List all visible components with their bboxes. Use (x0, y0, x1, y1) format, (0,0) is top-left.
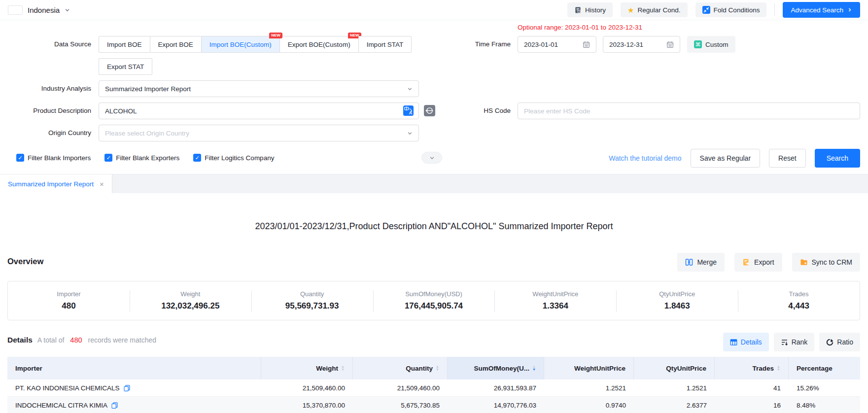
cell-value: 15.26% (797, 384, 819, 392)
indonesia-flag-icon (8, 5, 23, 15)
sort-icon: ▲▼ (341, 365, 345, 371)
origin-country-select[interactable]: Please select Origin Country (99, 125, 419, 141)
view-switcher: Details Rank Ratio (723, 333, 860, 351)
export-button[interactable]: Export (734, 253, 782, 272)
data-source-tab-export-stat[interactable]: Export STAT (99, 58, 152, 75)
view-details-button[interactable]: Details (723, 333, 769, 351)
custom-date-button[interactable]: ⌘ Custom (687, 36, 735, 53)
column-header-weight[interactable]: Weight▲▼ (261, 357, 353, 379)
column-label: Quantity (406, 365, 433, 372)
copy-icon[interactable] (124, 385, 130, 391)
total-suffix: records were matched (88, 336, 157, 344)
data-source-tab-import-boe[interactable]: Import BOE (99, 36, 150, 53)
stat-label: SumOfMoney(USD) (405, 290, 462, 298)
column-label: QtyUnitPrice (666, 365, 706, 372)
checkbox-filter-logitics-company[interactable]: ✓Filter Logitics Company (193, 154, 274, 162)
close-icon[interactable]: × (100, 180, 104, 188)
column-header-quantity[interactable]: Quantity▲▼ (353, 357, 448, 379)
column-label: SumOfMoney(U... (474, 365, 530, 372)
cell-value: 41 (773, 384, 781, 392)
cell-value: 26,931,593.87 (494, 384, 536, 392)
divider (774, 3, 775, 16)
data-source-tab-import-stat[interactable]: Import STAT (358, 36, 412, 53)
total-prefix: A total of (37, 336, 64, 344)
collapse-form-button[interactable] (421, 152, 442, 164)
cell-value: 0.9740 (606, 402, 626, 409)
data-source-label: Data Source (0, 36, 91, 53)
table-grid-icon (730, 339, 737, 346)
hs-code-label: HS Code (432, 103, 511, 119)
tab-label: Export BOE (158, 41, 193, 48)
tab-label: Export BOE(Custom) (288, 41, 350, 48)
sync-to-crm-button[interactable]: Sync to CRM (792, 253, 860, 272)
date-from-input[interactable]: 2023-01-01 (518, 36, 596, 53)
stat-importer: Importer480 (8, 281, 130, 320)
stat-label: Weight (180, 290, 200, 298)
top-bar: Indonesia History ★ Regular Cond. Fold C… (0, 0, 868, 20)
search-button[interactable]: Search (815, 149, 860, 168)
table-cell-qtyunitprice: 1.2521 (634, 379, 715, 396)
tab-summarized-importer-report[interactable]: Summarized Importer Report × (0, 174, 112, 193)
product-description-input[interactable] (99, 103, 419, 119)
merge-button[interactable]: Merge (677, 253, 725, 272)
date-to-input[interactable]: 2023-12-31 (603, 36, 680, 53)
column-header-trades[interactable]: Trades▲▼ (715, 357, 789, 379)
checkbox-filter-blank-exporters[interactable]: ✓Filter Blank Exporters (104, 154, 179, 162)
date-from-value: 2023-01-01 (524, 41, 558, 48)
table-cell-percentage: 8.48% (789, 397, 860, 413)
history-button[interactable]: History (567, 2, 613, 17)
chevron-down-icon (407, 131, 413, 136)
view-ratio-button[interactable]: Ratio (819, 333, 860, 351)
hs-code-input[interactable] (518, 103, 860, 119)
advanced-search-button[interactable]: Advanced Search (783, 2, 860, 18)
cell-value: 2.6377 (687, 402, 707, 409)
export-label: Export (754, 258, 774, 266)
view-rank-button[interactable]: Rank (774, 333, 815, 351)
table-cell-importer: INDOCHEMICAL CITRA KIMIA (7, 397, 261, 413)
table-cell-weight: 15,370,870.00 (261, 397, 353, 413)
overview-stats-bar: Importer480Weight132,032,496.25Quantity9… (7, 281, 860, 320)
data-source-tab-export-boe-custom[interactable]: Export BOE(Custom)NEW (279, 36, 359, 53)
star-icon: ★ (627, 6, 634, 14)
save-as-regular-button[interactable]: Save as Regular (691, 149, 761, 168)
checkbox-label: Filter Logitics Company (205, 154, 274, 162)
column-header-sumofmoney-u[interactable]: SumOfMoney(U...▲▼ (448, 357, 544, 379)
table-header-row: ImporterWeight▲▼Quantity▲▼SumOfMoney(U..… (7, 357, 860, 379)
reset-button[interactable]: Reset (769, 149, 806, 168)
stat-value: 1.3364 (543, 301, 568, 311)
data-source-tab-export-boe[interactable]: Export BOE (150, 36, 202, 53)
column-label: Importer (15, 365, 42, 372)
stat-value: 4,443 (788, 301, 809, 311)
total-count: 480 (69, 336, 83, 344)
table-row: PT. KAO INDONESIA CHEMICALS21,509,460.00… (7, 379, 860, 397)
industry-analysis-select[interactable]: Summarized Importer Report (99, 80, 419, 97)
history-label: History (585, 6, 606, 14)
tab-label: Summarized Importer Report (8, 180, 94, 188)
tutorial-link[interactable]: Watch the tutorial demo (609, 154, 681, 162)
translate-icon[interactable]: A (403, 105, 414, 116)
stat-label: QtyUnitPrice (659, 290, 695, 298)
industry-analysis-label: Industry Analysis (0, 80, 91, 97)
cell-value: 1.2521 (687, 384, 707, 392)
tab-label: Import BOE (107, 41, 142, 48)
svg-text:⌘: ⌘ (695, 41, 701, 47)
filter-checkboxes: ✓Filter Blank Importers✓Filter Blank Exp… (16, 154, 274, 162)
fold-conditions-button[interactable]: Fold Conditions (695, 2, 767, 17)
optional-range-hint: Optional range: 2023-01-01 to 2023-12-31 (518, 24, 642, 31)
chevron-down-icon (407, 86, 413, 92)
country-selector[interactable]: Indonesia (8, 5, 70, 15)
table-cell-percentage: 15.26% (789, 379, 860, 396)
checkbox-filter-blank-importers[interactable]: ✓Filter Blank Importers (16, 154, 91, 162)
checkbox-box[interactable]: ✓ (16, 154, 24, 162)
checkbox-box[interactable]: ✓ (104, 154, 112, 162)
form-actions: Watch the tutorial demo Save as Regular … (609, 149, 860, 168)
copy-icon[interactable] (111, 402, 118, 409)
regular-cond-button[interactable]: ★ Regular Cond. (621, 2, 688, 17)
checkbox-box[interactable]: ✓ (193, 154, 201, 162)
data-source-tab-import-boe-custom[interactable]: Import BOE(Custom)NEW (201, 36, 280, 53)
stat-label: Quantity (300, 290, 324, 298)
details-heading: Details (7, 336, 33, 344)
column-header-percentage: Percentage (789, 357, 860, 379)
time-frame-label: Time Frame (432, 36, 511, 53)
folder-sync-icon (800, 258, 808, 266)
